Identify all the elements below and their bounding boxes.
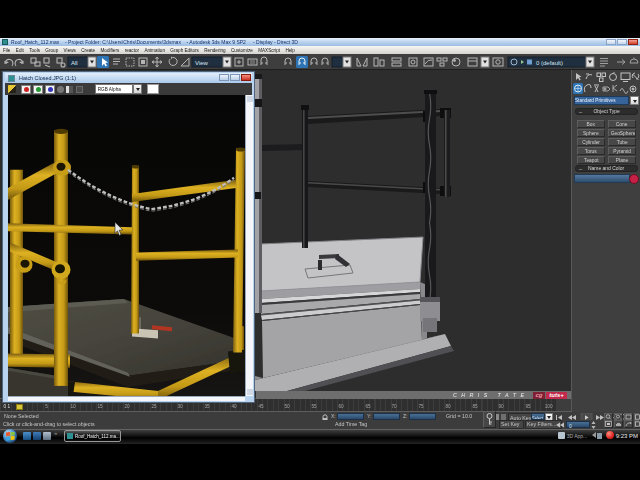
- svg-text:All: All: [71, 60, 78, 66]
- svg-text:0 (default): 0 (default): [536, 60, 563, 66]
- svg-text:View: View: [195, 60, 209, 66]
